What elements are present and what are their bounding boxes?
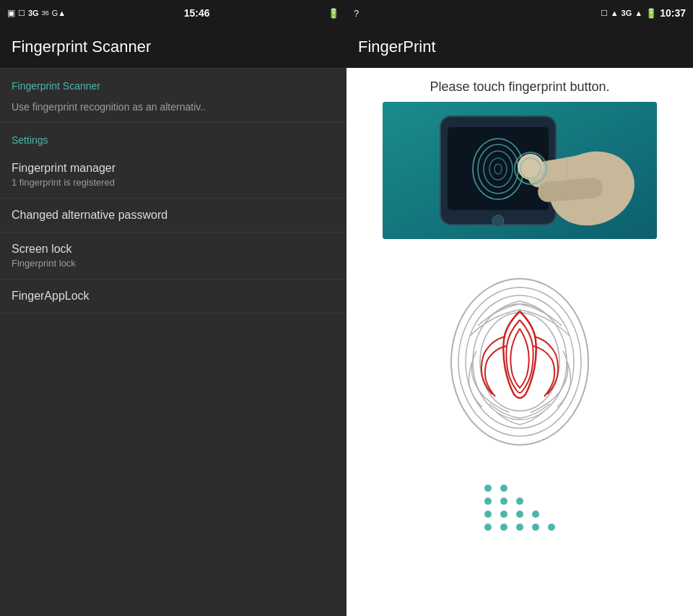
fingerprint-manager-subtitle: 1 fingerprint is registered <box>12 177 335 188</box>
dot <box>500 524 507 531</box>
nav-item-fingerprint-manager[interactable]: Fingerprint manager 1 fingerprint is reg… <box>0 152 346 199</box>
network-3g-right-icon: 3G <box>622 9 632 17</box>
dot <box>532 524 539 531</box>
vibrate-icon-right: ☐ <box>601 9 608 18</box>
notification-icon: ▣ <box>7 8 15 18</box>
dot <box>500 511 507 518</box>
fingerprint-large-container <box>433 261 606 463</box>
dot-row-4 <box>484 524 555 531</box>
network-3g-icon: 3G <box>28 9 39 17</box>
status-time-right: 10:37 <box>660 7 686 19</box>
status-time-left: 15:46 <box>184 7 210 19</box>
dot <box>548 524 555 531</box>
vibrate-icon: ☐ <box>18 9 25 18</box>
dot <box>484 498 492 505</box>
nav-item-screen-lock[interactable]: Screen lock Fingerprint lock <box>0 233 346 279</box>
dot-row-2 <box>484 498 555 505</box>
svg-point-22 <box>480 313 559 411</box>
nav-item-finger-app-lock[interactable]: FingerAppLock <box>0 279 346 313</box>
dot-grid-container <box>484 485 555 545</box>
screen-lock-subtitle: Fingerprint lock <box>12 258 335 269</box>
right-panel: ? ☐ ▲ 3G ▲ 🔋 10:37 FingerPrint Please to… <box>346 0 693 616</box>
fingerprint-manager-title: Fingerprint manager <box>12 162 335 175</box>
app-header-left: Fingerprint Scanner <box>0 26 346 69</box>
dot-empty <box>548 498 555 505</box>
app-title-right: FingerPrint <box>358 38 436 56</box>
left-status-icons: ▣ ☐ 3G 36 G▲ <box>7 8 66 18</box>
dot-empty <box>532 485 539 492</box>
nav-item-fp-description: Use fingerprint recognition as an altern… <box>0 97 346 123</box>
dot-row-3 <box>484 511 555 518</box>
status-bar-left: ▣ ☐ 3G 36 G▲ 15:46 🔋 <box>0 0 346 26</box>
dot <box>516 524 523 531</box>
status-bar-right: ? ☐ ▲ 3G ▲ 🔋 10:37 <box>346 0 693 26</box>
nav-section-fingerprint-scanner: Fingerprint Scanner <box>0 69 346 97</box>
dot <box>484 511 492 518</box>
nav-list: Fingerprint Scanner Use fingerprint reco… <box>0 69 346 616</box>
dot <box>516 498 523 505</box>
signal-icon-right: ▲ <box>635 9 642 17</box>
touch-prompt: Please touch fingerprint button. <box>430 68 609 102</box>
nav-item-alt-password[interactable]: Changed alternative password <box>0 199 346 233</box>
right-content: Please touch fingerprint button. <box>346 68 693 616</box>
wifi-icon: ? <box>354 8 359 19</box>
dot <box>484 485 492 492</box>
nav-section-settings: Settings <box>0 123 346 152</box>
dot <box>484 524 492 531</box>
right-status-icons: ☐ ▲ 3G ▲ 🔋 10:37 <box>601 7 686 19</box>
dot <box>532 511 539 518</box>
wifi-signal-icon: ▲ <box>611 9 619 17</box>
dot <box>516 511 523 518</box>
dot-empty <box>516 485 523 492</box>
battery-icon-left: 🔋 <box>328 8 339 19</box>
dot <box>500 485 507 492</box>
svg-point-3 <box>492 215 504 227</box>
screen-lock-title: Screen lock <box>12 243 335 256</box>
fingerprint-large-svg <box>440 268 599 456</box>
phone-illustration-svg <box>383 102 657 239</box>
network-36-icon: 36 <box>42 9 49 17</box>
dot-empty <box>548 485 555 492</box>
battery-icon-right: 🔋 <box>645 8 657 19</box>
dot-row-1 <box>484 485 555 492</box>
dot <box>500 498 507 505</box>
app-title-left: Fingerprint Scanner <box>12 38 151 56</box>
alt-password-title: Changed alternative password <box>12 209 335 222</box>
fp-description-text: Use fingerprint recognition as an altern… <box>12 101 206 113</box>
network-g-icon: G▲ <box>52 9 66 17</box>
phone-fingerprint-image <box>383 102 657 239</box>
dot-empty <box>548 511 555 518</box>
app-header-right: FingerPrint <box>346 26 693 68</box>
dot-empty <box>532 498 539 505</box>
left-panel: ▣ ☐ 3G 36 G▲ 15:46 🔋 Fingerprint Scanner… <box>0 0 346 616</box>
finger-app-lock-title: FingerAppLock <box>12 290 335 303</box>
